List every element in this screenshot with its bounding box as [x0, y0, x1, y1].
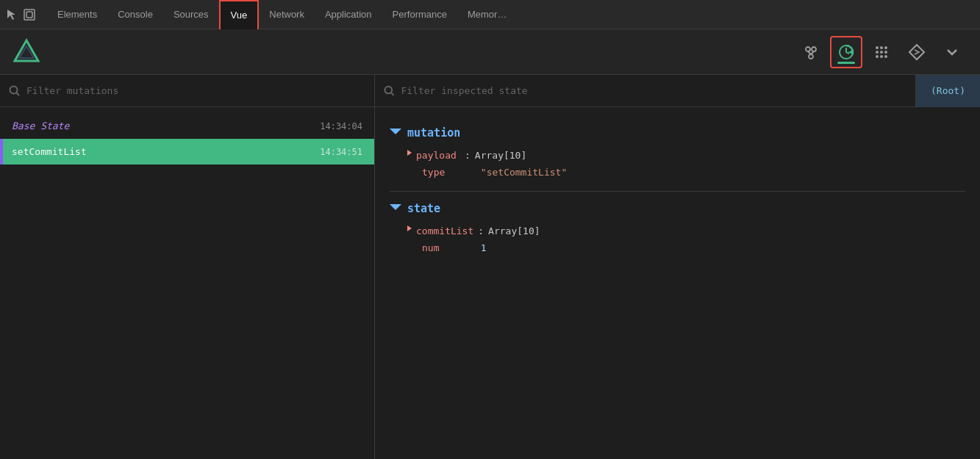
payload-prop: payload : Array[10]	[390, 147, 965, 164]
svg-point-16	[876, 55, 879, 58]
mutation-section-title: mutation	[407, 126, 460, 140]
root-badge[interactable]: (Root)	[915, 75, 980, 107]
mutation-name-selected: setCommitList	[12, 146, 87, 157]
commitlist-colon: :	[478, 225, 484, 236]
state-content: mutation payload : Array[10] type "s	[375, 107, 980, 459]
payload-colon: :	[465, 150, 471, 161]
mutations-filter-bar	[0, 75, 374, 107]
tab-memory[interactable]: Memor…	[457, 0, 517, 29]
svg-point-18	[884, 55, 887, 58]
type-colon	[471, 167, 476, 178]
type-key: type	[422, 167, 466, 178]
num-prop: num 1	[390, 239, 965, 256]
mutation-section-toggle[interactable]	[390, 129, 401, 138]
tab-network[interactable]: Network	[259, 0, 315, 29]
tab-application[interactable]: Application	[315, 0, 382, 29]
commitlist-key: commitList	[416, 225, 473, 236]
mutations-list: Base State 14:34:04 setCommitList 14:34:…	[0, 107, 374, 459]
tab-console[interactable]: Console	[107, 0, 163, 29]
cursor-icon[interactable]	[6, 8, 19, 21]
type-value: "setCommitList"	[481, 167, 567, 178]
payload-key: payload	[416, 150, 460, 161]
vue-logo	[12, 37, 41, 67]
state-section-title: state	[407, 202, 440, 215]
commitlist-prop: commitList : Array[10]	[390, 223, 965, 239]
svg-rect-1	[26, 12, 32, 18]
tab-sources[interactable]: Sources	[163, 0, 219, 29]
tab-elements[interactable]: Elements	[47, 0, 107, 29]
svg-point-12	[884, 46, 887, 49]
state-search-icon	[384, 85, 395, 97]
svg-point-15	[884, 51, 887, 54]
component-inspector-btn[interactable]	[795, 36, 827, 68]
vue-toolbar	[0, 29, 980, 75]
mutations-search-icon	[9, 85, 21, 97]
svg-point-10	[876, 46, 879, 49]
svg-line-21	[17, 93, 20, 95]
mutation-name: Base State	[12, 120, 69, 131]
devtools-icons-left	[6, 8, 35, 21]
svg-rect-0	[24, 10, 35, 20]
payload-triangle	[407, 150, 412, 156]
svg-point-4	[806, 47, 810, 51]
right-panel: (Root) mutation payload : Array[10]	[375, 75, 980, 459]
svg-point-11	[880, 46, 883, 49]
type-prop: type "setCommitList"	[390, 164, 965, 181]
commitlist-value: Array[10]	[488, 225, 540, 236]
state-section-toggle[interactable]	[390, 204, 401, 214]
svg-point-22	[385, 86, 392, 93]
svg-point-20	[10, 86, 18, 93]
state-filter-bar	[375, 79, 915, 103]
mutation-item-setcommitlist[interactable]: setCommitList 14:34:51	[0, 139, 374, 165]
timeline-btn[interactable]	[830, 36, 862, 68]
right-panel-header: (Root)	[375, 75, 980, 107]
mutation-section-header: mutation	[390, 126, 965, 140]
num-colon	[471, 242, 476, 253]
mutations-filter-input[interactable]	[26, 85, 365, 96]
svg-point-17	[880, 55, 883, 58]
left-panel: Base State 14:34:04 setCommitList 14:34:…	[0, 75, 375, 459]
mutation-item-base-state[interactable]: Base State 14:34:04	[0, 113, 374, 139]
commitlist-expand[interactable]	[407, 225, 412, 231]
svg-marker-19	[909, 45, 924, 59]
timeline-active-bar	[837, 62, 855, 64]
devtools-tabbar: Elements Console Sources Vue Network App…	[0, 0, 980, 29]
svg-point-5	[812, 47, 816, 51]
inspect-icon[interactable]	[24, 9, 35, 21]
section-divider-1	[390, 191, 965, 192]
svg-line-8	[811, 51, 814, 54]
state-section-header: state	[390, 202, 965, 215]
mutation-time-selected: 14:34:51	[320, 147, 362, 157]
num-key: num	[422, 242, 466, 253]
main-content: Base State 14:34:04 setCommitList 14:34:…	[0, 75, 980, 459]
vue-devtools-panel: Base State 14:34:04 setCommitList 14:34:…	[0, 29, 980, 459]
tab-vue[interactable]: Vue	[219, 0, 260, 29]
svg-point-13	[876, 51, 879, 54]
num-value: 1	[481, 242, 487, 253]
toolbar-icons	[795, 36, 968, 68]
commitlist-triangle	[407, 225, 412, 231]
payload-value: Array[10]	[475, 150, 526, 161]
mutation-time: 14:34:04	[320, 121, 362, 131]
more-btn[interactable]	[936, 36, 968, 68]
svg-line-23	[391, 93, 393, 95]
svg-point-6	[809, 54, 813, 59]
payload-expand[interactable]	[407, 150, 412, 156]
vuex-btn[interactable]	[865, 36, 898, 68]
state-filter-input[interactable]	[401, 85, 906, 96]
routing-btn[interactable]	[901, 36, 933, 68]
tab-performance[interactable]: Performance	[382, 0, 457, 29]
svg-point-14	[880, 51, 883, 54]
